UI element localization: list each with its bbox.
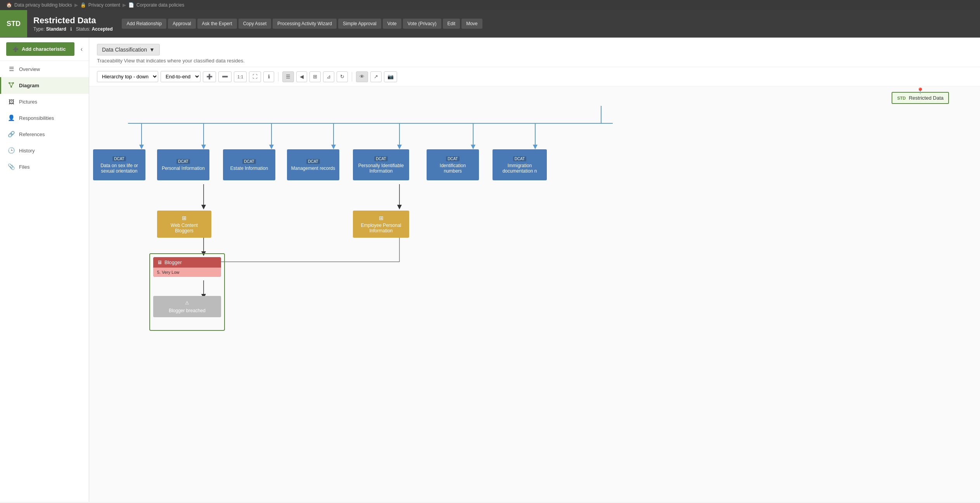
svg-line-3 — [9, 83, 11, 87]
add-char-label: Add characteristic — [22, 46, 66, 52]
sidebar-item-references[interactable]: 🔗 References — [0, 126, 89, 142]
top-node-restricted-data[interactable]: 📍 STD Restricted Data — [892, 92, 949, 104]
sidebar-item-responsibilities[interactable]: 👤 Responsibilities — [0, 110, 89, 126]
simple-approval-button[interactable]: Simple Approval — [338, 19, 381, 29]
node-estate-info-label: Estate Information — [230, 166, 268, 171]
node-immigration-tag: DCAT — [513, 156, 526, 161]
edit-button[interactable]: Edit — [443, 19, 460, 29]
add-char-icon: ➕ — [12, 46, 19, 52]
zoom-in-button[interactable]: ➕ — [203, 71, 216, 82]
blogger-breached-label: Blogger breached — [169, 308, 206, 313]
node-estate-info[interactable]: DCAT Estate Information — [223, 149, 275, 180]
responsibilities-icon: 👤 — [7, 114, 15, 121]
node-blogger-header: 🖥 Blogger — [153, 257, 221, 268]
top-node-label: Restricted Data — [909, 95, 944, 101]
asset-meta: Type: Standard ℹ Status: Accepted — [33, 26, 112, 32]
node-sex-life[interactable]: DCAT Data on sex life or sexual orientat… — [93, 149, 145, 180]
sidebar-item-history[interactable]: 🕒 History — [0, 142, 89, 159]
svg-marker-21 — [533, 145, 538, 149]
sidebar-nav: ☰ Overview Diagram 🖼 — [0, 61, 89, 502]
breadcrumb-sep-2: ▶ — [123, 2, 126, 8]
blogger-icon: 🖥 — [157, 259, 162, 265]
top-actions: Add Relationship Approval Ask the Expert… — [119, 16, 485, 32]
export-button[interactable]: ↗ — [370, 71, 382, 82]
node-web-content[interactable]: ⊞ Web Content Bloggers — [157, 211, 211, 238]
node-web-content-label: Web Content Bloggers — [161, 223, 207, 233]
node-mgmt-records-tag: DCAT — [306, 159, 320, 164]
one-to-one-button[interactable]: 1:1 — [234, 71, 247, 82]
node-employee-personal[interactable]: ⊞ Employee Personal Information — [353, 211, 409, 238]
node-immigration[interactable]: DCAT Immigration documentation n — [493, 149, 547, 180]
dropdown-arrow-icon: ▼ — [149, 47, 155, 53]
fit-button[interactable]: ⛶ — [249, 71, 261, 82]
breadcrumb-sep-1: ▶ — [74, 2, 78, 8]
layout: ➕ Add characteristic ‹ ☰ Overview — [0, 38, 980, 502]
node-blogger-breached[interactable]: ⚠ Blogger breached — [153, 296, 221, 317]
main-content: Data Classification ▼ Traceability View … — [89, 38, 980, 502]
breadcrumb-item-3[interactable]: Corporate data policies — [137, 2, 184, 8]
breadcrumb-item-2[interactable]: Privacy content — [88, 2, 120, 8]
node-id-numbers[interactable]: DCAT Identification numbers — [427, 149, 479, 180]
add-relationship-button[interactable]: Add Relationship — [122, 19, 166, 29]
filter-button[interactable]: ⊿ — [323, 71, 334, 82]
breadcrumb-icon-privacy: 🔒 — [80, 2, 86, 8]
ask-expert-button[interactable]: Ask the Expert — [197, 19, 237, 29]
svg-line-4 — [11, 83, 13, 87]
list-view-button[interactable]: ☰ — [282, 71, 294, 82]
move-button[interactable]: Move — [461, 19, 482, 29]
diagram-area[interactable]: 📍 STD Restricted Data DCAT Data on sex l… — [89, 86, 980, 502]
asset-title: Restricted Data — [33, 16, 112, 26]
diagram-connectors — [89, 86, 710, 397]
grid-button[interactable]: ⊞ — [309, 71, 321, 82]
info-button[interactable]: ℹ — [263, 71, 274, 82]
asset-info: Restricted Data Type: Standard ℹ Status:… — [27, 12, 119, 35]
eye-button[interactable]: 👁 — [356, 71, 368, 82]
toolbar-separator-2 — [352, 72, 352, 81]
toolbar-separator-1 — [278, 72, 278, 81]
svg-marker-13 — [269, 145, 274, 149]
copy-asset-button[interactable]: Copy Asset — [239, 19, 271, 29]
data-classification-dropdown[interactable]: Data Classification ▼ — [97, 44, 160, 55]
pin-icon: 📍 — [916, 87, 924, 95]
breadcrumb-icon-home: 🏠 — [6, 2, 12, 8]
breadcrumb-item-1[interactable]: Data privacy building blocks — [14, 2, 72, 8]
sidebar-item-overview[interactable]: ☰ Overview — [0, 61, 89, 77]
node-personal-info-label: Personal Information — [162, 166, 205, 171]
sidebar-item-history-label: History — [19, 148, 35, 154]
vote-button[interactable]: Vote — [383, 19, 401, 29]
node-employee-personal-label: Employee Personal Information — [357, 223, 405, 233]
node-sex-life-tag: DCAT — [112, 156, 126, 161]
node-web-content-icon: ⊞ — [182, 215, 187, 221]
sidebar-item-pictures[interactable]: 🖼 Pictures — [0, 94, 89, 110]
top-node-tag: STD — [897, 96, 906, 100]
vote-privacy-button[interactable]: Vote (Privacy) — [403, 19, 441, 29]
content-subtitle: Traceability View that indicates where y… — [97, 58, 972, 64]
arrow-left-button[interactable]: ◀ — [296, 71, 307, 82]
node-mgmt-records-label: Management records — [291, 166, 335, 171]
data-classification-label: Data Classification — [102, 47, 147, 53]
svg-marker-23 — [201, 205, 206, 209]
top-bar: STD Restricted Data Type: Standard ℹ Sta… — [0, 10, 980, 38]
add-characteristic-button[interactable]: ➕ Add characteristic — [6, 42, 74, 56]
collapse-sidebar-button[interactable]: ‹ — [78, 43, 86, 56]
svg-marker-15 — [331, 145, 336, 149]
zoom-out-button[interactable]: ➖ — [218, 71, 232, 82]
view-select[interactable]: Hierarchy top - down — [97, 71, 158, 82]
sidebar-item-files[interactable]: 📎 Files — [0, 159, 89, 175]
approval-button[interactable]: Approval — [168, 19, 195, 29]
history-icon: 🕒 — [7, 147, 15, 154]
content-header: Data Classification ▼ Traceability View … — [89, 38, 980, 67]
node-pii-tag: DCAT — [374, 156, 387, 161]
blogger-label: Blogger — [164, 259, 182, 265]
sidebar: ➕ Add characteristic ‹ ☰ Overview — [0, 38, 89, 502]
processing-wizard-button[interactable]: Processing Activity Wizard — [273, 19, 337, 29]
refresh-button[interactable]: ↻ — [337, 71, 348, 82]
node-blogger[interactable]: 🖥 Blogger 5. Very Low — [153, 257, 221, 277]
node-employee-icon: ⊞ — [379, 215, 384, 221]
scope-select[interactable]: End-to-end — [161, 71, 200, 82]
sidebar-item-diagram[interactable]: Diagram — [0, 77, 89, 94]
camera-button[interactable]: 📷 — [384, 71, 397, 82]
node-mgmt-records[interactable]: DCAT Management records — [287, 149, 339, 180]
node-pii[interactable]: DCAT Personally Identifiable Information — [353, 149, 409, 180]
node-personal-info[interactable]: DCAT Personal Information — [157, 149, 209, 180]
